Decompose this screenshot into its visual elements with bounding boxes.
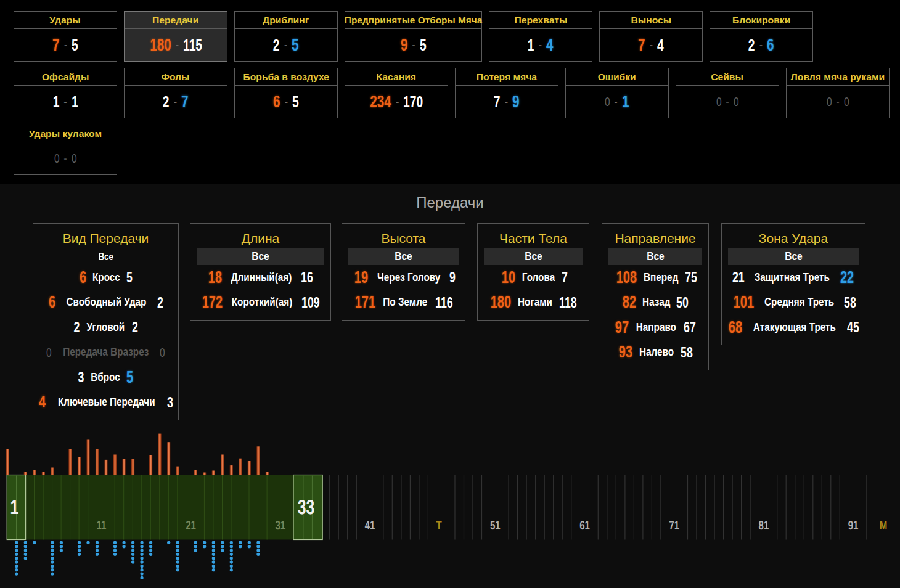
svg-text:1: 1 — [10, 496, 19, 518]
svg-text:41: 41 — [365, 519, 375, 533]
svg-text:91: 91 — [848, 519, 859, 533]
svg-text:М: М — [880, 519, 888, 533]
svg-text:21: 21 — [186, 519, 196, 533]
svg-text:51: 51 — [490, 519, 501, 533]
svg-text:61: 61 — [579, 519, 590, 533]
svg-text:71: 71 — [669, 519, 679, 533]
svg-text:81: 81 — [759, 519, 769, 533]
svg-text:33: 33 — [298, 496, 315, 518]
svg-text:11: 11 — [96, 519, 106, 533]
svg-text:Т: Т — [436, 519, 441, 533]
svg-text:31: 31 — [275, 519, 285, 533]
